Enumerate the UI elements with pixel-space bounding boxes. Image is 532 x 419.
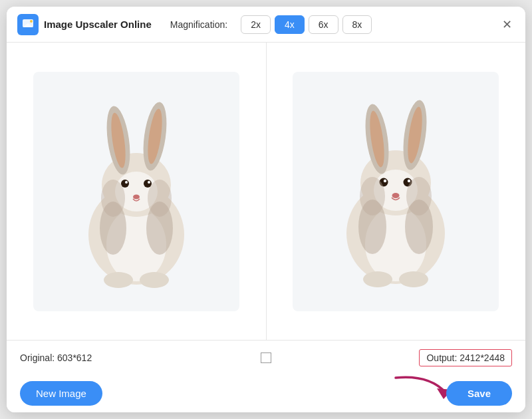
svg-point-14 <box>148 181 150 184</box>
compare-icon <box>261 352 271 363</box>
mag-btn-4x[interactable]: 4x <box>275 15 305 34</box>
mag-btn-2x[interactable]: 2x <box>241 15 271 34</box>
svg-point-16 <box>104 272 133 288</box>
svg-point-20 <box>101 180 125 217</box>
info-bar: Original: 603*612 Output: 2412*2448 <box>7 340 525 374</box>
original-info: Original: 603*612 <box>20 352 92 363</box>
upscaled-image-box <box>293 72 499 311</box>
svg-point-36 <box>399 271 428 287</box>
svg-point-2 <box>30 20 33 23</box>
svg-point-21 <box>148 180 172 217</box>
svg-point-35 <box>363 271 392 287</box>
svg-point-32 <box>384 179 386 182</box>
original-rabbit-image <box>60 88 213 295</box>
header: Image Upscaler Online Magnification: 2x … <box>7 7 525 43</box>
svg-point-40 <box>406 177 432 215</box>
app-logo: Image Upscaler Online <box>17 14 152 35</box>
app-title: Image Upscaler Online <box>44 19 152 30</box>
save-button[interactable]: Save <box>446 381 512 406</box>
close-button[interactable]: ✕ <box>499 16 515 33</box>
svg-point-15 <box>133 194 140 199</box>
arrow-indicator <box>389 371 456 407</box>
svg-point-34 <box>392 193 400 198</box>
original-image-panel <box>7 43 267 340</box>
svg-point-13 <box>125 181 128 184</box>
magnification-buttons: 2x 4x 6x 8x <box>241 15 372 34</box>
new-image-button[interactable]: New Image <box>20 381 102 406</box>
main-content <box>7 43 525 340</box>
output-info: Output: 2412*2448 <box>419 349 512 366</box>
magnification-label: Magnification: <box>170 19 227 30</box>
upscaled-rabbit-image <box>319 88 472 295</box>
upscaled-image-panel <box>267 43 526 340</box>
action-bar: New Image Save <box>7 374 525 412</box>
original-image-box <box>33 72 239 311</box>
mag-btn-6x[interactable]: 6x <box>309 15 338 34</box>
svg-point-17 <box>140 272 169 288</box>
svg-point-33 <box>408 179 410 182</box>
app-window: Image Upscaler Online Magnification: 2x … <box>7 7 525 412</box>
mag-btn-8x[interactable]: 8x <box>342 15 372 34</box>
svg-point-39 <box>360 177 385 215</box>
logo-icon <box>17 14 39 35</box>
